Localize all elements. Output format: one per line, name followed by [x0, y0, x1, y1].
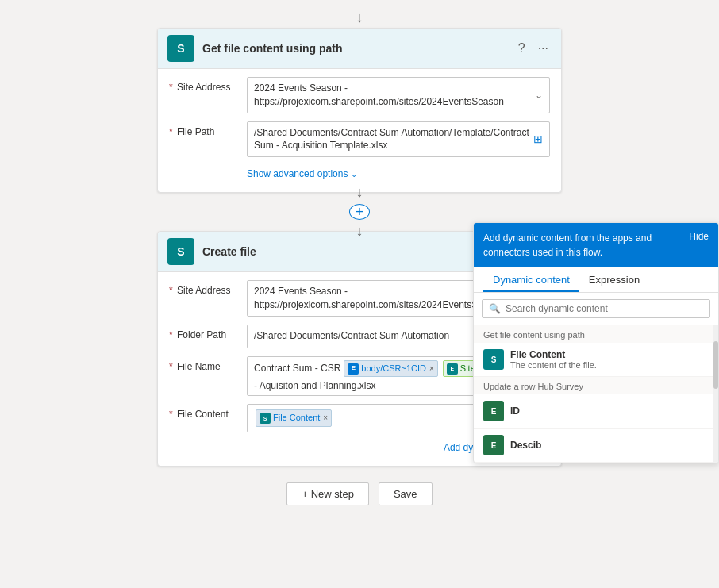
card1-header: S Get file content using path ? ··· [158, 29, 561, 69]
card1-file-path-field[interactable]: /Shared Documents/Contract Sum Automatio… [247, 121, 550, 158]
card2-title: Create file [202, 245, 507, 258]
file-content-tag-close-icon[interactable]: × [323, 412, 328, 425]
tag1-close-icon[interactable]: × [429, 363, 434, 375]
panel-scroll-area: Get file content using path S File Conte… [474, 325, 718, 463]
card1-site-address-value: 2024 Events Season - https://projexicom.… [254, 82, 504, 109]
card2-folder-path-value: /Shared Documents/Contract Sum Automatio… [254, 329, 449, 343]
card1-site-address-label: * Site Address [169, 77, 240, 93]
card1-help-button[interactable]: ? [515, 40, 529, 57]
bottom-actions: + New step Save [0, 482, 719, 505]
id-item-icon: E [483, 401, 504, 421]
connector-arrow-down2: ↓ [356, 221, 363, 241]
file-name-prefix: Contract Sum - CSR [254, 362, 340, 375]
card1-title: Get file content using path [202, 42, 507, 55]
folder-browse-icon[interactable]: ⊞ [533, 133, 543, 145]
panel-header-text: Add dynamic content from the apps and co… [483, 231, 689, 259]
panel-header: Add dynamic content from the apps and co… [474, 223, 718, 267]
card1-icon: S [167, 35, 194, 62]
card1-body: * Site Address 2024 Events Season - http… [158, 69, 561, 192]
dynamic-content-panel: Add dynamic content from the apps and co… [473, 222, 719, 463]
tab-dynamic-content[interactable]: Dynamic content [483, 267, 579, 292]
panel-item-id[interactable]: E ID [474, 394, 718, 429]
help-icon: ? [518, 41, 525, 56]
file-content-item-content: File Content The content of the file. [510, 349, 709, 370]
card1-actions: ? ··· [515, 40, 552, 57]
tab-expression[interactable]: Expression [579, 267, 649, 292]
scroll-thumb[interactable] [713, 341, 718, 389]
card1-file-path-label: * File Path [169, 121, 240, 137]
scroll-track [713, 325, 718, 463]
canvas: ↓ S Get file content using path ? ··· * [0, 0, 719, 588]
card-get-file-content: S Get file content using path ? ··· * Si… [157, 28, 562, 193]
add-step-button[interactable]: + [349, 204, 370, 220]
panel-search-area: 🔍 [474, 293, 718, 325]
card2-icon: S [167, 238, 194, 265]
overflow-icon: ··· [538, 41, 548, 56]
chevron-down-icon: ⌄ [351, 170, 357, 179]
hide-panel-button[interactable]: Hide [689, 231, 709, 242]
card1-file-path-value: /Shared Documents/Contract Sum Automatio… [254, 126, 533, 153]
show-advanced-link[interactable]: Show advanced options ⌄ [169, 165, 550, 184]
card1-site-address-row: * Site Address 2024 Events Season - http… [169, 77, 550, 113]
card1-overflow-button[interactable]: ··· [535, 40, 552, 57]
file-content-tag: S File Content × [256, 409, 332, 427]
search-icon: 🔍 [489, 303, 501, 314]
file-content-item-title: File Content [510, 349, 709, 360]
search-box: 🔍 [482, 299, 710, 318]
card2-file-content-label: * File Content [169, 404, 240, 420]
card2-site-address-value: 2024 Events Season - https://projexicom.… [254, 285, 504, 312]
file-name-suffix: - Aquisiton and Planning.xlsx [254, 379, 375, 393]
id-item-content: ID [510, 405, 709, 417]
panel-tabs: Dynamic content Expression [474, 267, 718, 293]
search-dynamic-content-input[interactable] [506, 303, 703, 314]
dropdown-chevron-icon: ⌄ [535, 90, 543, 101]
file-content-item-icon: S [483, 349, 504, 370]
panel-section1-label: Get file content using path [474, 325, 718, 343]
tag2-icon: E [447, 363, 458, 375]
panel-section2-label: Update a row Hub Survey [474, 377, 718, 394]
card2-site-address-label: * Site Address [169, 280, 240, 296]
connector-arrow-down: ↓ [356, 183, 363, 202]
card2-folder-path-label: * Folder Path [169, 325, 240, 340]
card1-file-path-row: * File Path /Shared Documents/Contract S… [169, 121, 550, 158]
tag1-icon: E [348, 363, 359, 375]
file-content-item-desc: The content of the file. [510, 360, 709, 370]
save-button[interactable]: Save [379, 482, 433, 505]
descib-item-icon: E [483, 435, 504, 455]
descib-item-title: Descib [510, 440, 709, 451]
card2-file-name-label: * File Name [169, 356, 240, 372]
card1-site-address-field[interactable]: 2024 Events Season - https://projexicom.… [247, 77, 550, 113]
panel-item-descib[interactable]: E Descib [474, 429, 718, 463]
required-star2: * [169, 126, 173, 137]
file-name-tag1: E body/CSR~1CID × [344, 360, 437, 378]
required-star: * [169, 82, 173, 93]
top-connector-arrow: ↓ [0, 8, 719, 28]
file-content-tag-icon: S [260, 413, 271, 424]
panel-item-file-content[interactable]: S File Content The content of the file. [474, 343, 718, 377]
id-item-title: ID [510, 405, 709, 417]
new-step-button[interactable]: + New step [286, 482, 368, 505]
descib-item-content: Descib [510, 440, 709, 451]
